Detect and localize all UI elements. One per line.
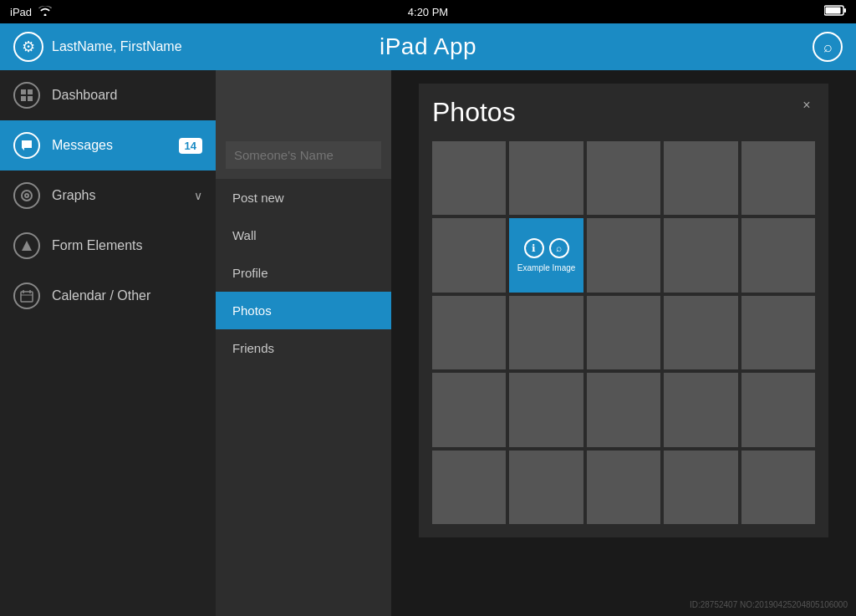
sidebar-label-dashboard: Dashboard: [52, 88, 117, 103]
photo-cell-actions: ℹ ⌕ Example Image: [517, 238, 575, 272]
photo-cell-21[interactable]: [509, 451, 583, 524]
search-button[interactable]: ⌕: [813, 32, 843, 62]
svg-rect-10: [21, 292, 33, 302]
submenu-panel: Post new Wall Profile Photos Friends: [216, 70, 391, 616]
graphs-chevron: ∨: [194, 189, 202, 202]
title-bar-left: ⚙ LastName, FirstName: [13, 32, 197, 62]
photo-cell-14[interactable]: [741, 296, 815, 369]
battery-icon: [824, 5, 846, 18]
photo-search-button[interactable]: ⌕: [549, 238, 569, 258]
photo-info-button[interactable]: ℹ: [524, 238, 544, 258]
messages-icon: [13, 132, 40, 159]
photo-action-icons: ℹ ⌕: [524, 238, 569, 258]
photo-cell-23[interactable]: [664, 451, 737, 524]
gear-button[interactable]: ⚙: [13, 32, 43, 62]
photo-cell-12[interactable]: [587, 296, 660, 369]
submenu-item-profile[interactable]: Profile: [216, 254, 391, 292]
photo-cell-4[interactable]: [741, 141, 815, 215]
photo-cell-11[interactable]: [509, 296, 583, 369]
submenu-item-photos[interactable]: Photos: [216, 292, 391, 329]
messages-badge: 14: [179, 138, 202, 154]
photos-grid: ℹ ⌕ Example Image: [432, 141, 815, 524]
photo-cell-9[interactable]: [741, 218, 815, 292]
watermark: ID:28752407 NO:20190425204805106000: [690, 600, 848, 609]
submenu-item-wall[interactable]: Wall: [216, 216, 391, 254]
user-name: LastName, FirstName: [52, 39, 182, 54]
photo-cell-24[interactable]: [741, 451, 815, 524]
photo-cell-8[interactable]: [664, 218, 737, 292]
photo-cell-3[interactable]: [664, 141, 737, 215]
sidebar-label-messages: Messages: [52, 138, 113, 153]
photo-cell-10[interactable]: [432, 296, 506, 369]
photo-cell-5[interactable]: [432, 218, 506, 292]
photos-panel: Photos × ℹ: [419, 84, 828, 537]
wifi-icon: [38, 6, 52, 18]
content-area: Photos × ℹ: [391, 70, 856, 616]
photo-cell-22[interactable]: [587, 451, 660, 524]
graphs-icon: [13, 182, 40, 209]
svg-point-7: [22, 191, 32, 201]
gear-icon: ⚙: [22, 38, 35, 56]
sidebar-item-dashboard[interactable]: Dashboard: [0, 70, 216, 120]
sidebar: Dashboard Messages 14 Graphs ∨: [0, 70, 216, 616]
svg-rect-1: [844, 8, 847, 13]
photo-example-label: Example Image: [517, 263, 575, 272]
photos-title: Photos: [432, 97, 815, 128]
main-layout: Dashboard Messages 14 Graphs ∨: [0, 70, 856, 616]
submenu-profile-area: [216, 70, 391, 179]
photo-cell-19[interactable]: [741, 373, 815, 446]
sidebar-label-graphs: Graphs: [52, 188, 95, 203]
status-bar: iPad 4:20 PM: [0, 0, 856, 23]
info-icon: ℹ: [532, 242, 536, 254]
submenu-item-post-new[interactable]: Post new: [216, 179, 391, 216]
ipad-label: iPad: [10, 6, 32, 18]
close-button[interactable]: ×: [795, 94, 818, 117]
calendar-icon: [13, 283, 40, 309]
svg-rect-3: [21, 89, 26, 94]
sidebar-label-form-elements: Form Elements: [52, 238, 142, 253]
app-title: iPad App: [380, 33, 476, 60]
sidebar-item-calendar-other[interactable]: Calendar / Other: [0, 271, 216, 321]
submenu-item-friends[interactable]: Friends: [216, 329, 391, 367]
search-icon: ⌕: [823, 38, 833, 56]
status-left: iPad: [10, 6, 52, 18]
sidebar-item-messages[interactable]: Messages 14: [0, 120, 216, 171]
photo-cell-0[interactable]: [432, 141, 506, 215]
status-time: 4:20 PM: [408, 6, 448, 18]
photo-cell-7[interactable]: [587, 218, 660, 292]
title-bar: ⚙ LastName, FirstName iPad App ⌕: [0, 23, 856, 70]
svg-rect-6: [28, 96, 33, 101]
svg-marker-9: [22, 241, 32, 251]
svg-rect-4: [28, 89, 33, 94]
svg-rect-2: [826, 8, 841, 14]
profile-name-input[interactable]: [226, 141, 381, 169]
photo-cell-6-highlighted[interactable]: ℹ ⌕ Example Image: [509, 218, 583, 292]
photo-cell-16[interactable]: [509, 373, 583, 446]
photo-cell-1[interactable]: [509, 141, 583, 215]
photo-cell-17[interactable]: [587, 373, 660, 446]
photo-cell-20[interactable]: [432, 451, 506, 524]
form-elements-icon: [13, 232, 40, 259]
svg-point-8: [25, 194, 28, 197]
search-icon-small: ⌕: [556, 242, 562, 254]
sidebar-item-graphs[interactable]: Graphs ∨: [0, 171, 216, 221]
photo-cell-15[interactable]: [432, 373, 506, 446]
photo-cell-18[interactable]: [664, 373, 737, 446]
svg-rect-5: [21, 96, 26, 101]
sidebar-item-form-elements[interactable]: Form Elements: [0, 221, 216, 271]
photo-cell-13[interactable]: [664, 296, 737, 369]
photo-cell-2[interactable]: [587, 141, 660, 215]
sidebar-label-calendar-other: Calendar / Other: [52, 288, 150, 303]
dashboard-icon: [13, 82, 40, 109]
